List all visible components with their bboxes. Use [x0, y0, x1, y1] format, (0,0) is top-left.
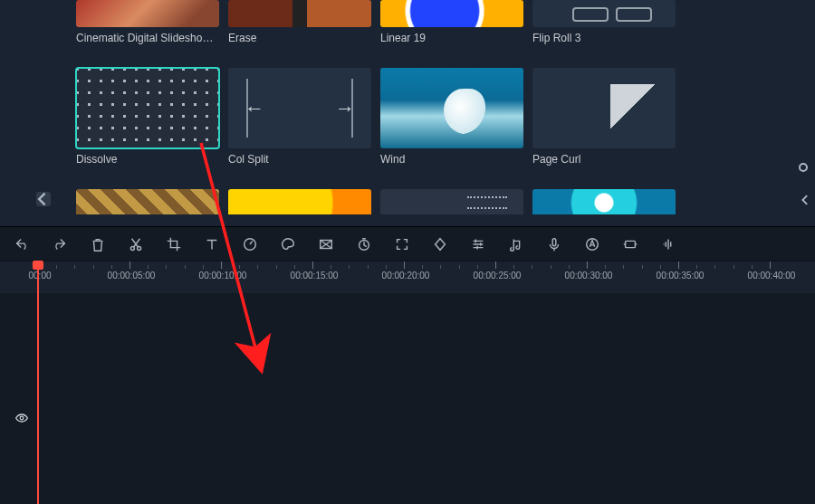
- record-indicator-icon: [799, 163, 808, 172]
- timeline-ruler[interactable]: 00:0000:00:05:0000:00:10:0000:00:15:0000…: [0, 261, 815, 293]
- timeline-area[interactable]: Stock - 2023-01-10T145528.796 Stock - 20…: [0, 293, 815, 504]
- transition-label: Col Split: [228, 153, 371, 166]
- fit-button[interactable]: [393, 235, 411, 253]
- track-visibility-toggle[interactable]: [14, 411, 29, 429]
- transition-thumb: [76, 189, 219, 214]
- transition-thumb: [228, 0, 371, 27]
- playhead[interactable]: [37, 261, 39, 504]
- text-button[interactable]: [203, 235, 221, 253]
- ruler-mark: 00:00:25:00: [495, 262, 496, 269]
- svg-rect-5: [552, 238, 556, 245]
- voice-button[interactable]: [545, 235, 563, 253]
- transition-item-cinematic-digital-slideshow[interactable]: Cinematic Digital Slideshow ...: [76, 0, 219, 44]
- crop-button[interactable]: [165, 235, 183, 253]
- transition-item-row3-b[interactable]: [228, 189, 371, 214]
- ruler-mark: 00:00:20:00: [404, 262, 405, 269]
- audio-enhance-button[interactable]: [659, 235, 677, 253]
- mask-button[interactable]: [317, 235, 335, 253]
- collapse-panel-button[interactable]: [36, 192, 51, 206]
- transition-thumb: [532, 68, 676, 148]
- stabilize-button[interactable]: [621, 235, 639, 253]
- cut-button[interactable]: [127, 235, 145, 253]
- speed-button[interactable]: [241, 235, 259, 253]
- svg-rect-7: [626, 241, 636, 247]
- delete-button[interactable]: [89, 235, 107, 253]
- ruler-mark: 00:00:35:00: [678, 262, 679, 269]
- transitions-gallery: Cinematic Digital Slideshow ... Erase Li…: [0, 0, 783, 214]
- transition-item-flip-roll-3[interactable]: Flip Roll 3: [532, 0, 676, 44]
- audio-detach-button[interactable]: [507, 235, 525, 253]
- transition-item-col-split[interactable]: ←→ Col Split: [228, 68, 371, 166]
- svg-point-1: [138, 246, 141, 250]
- transition-label: Page Curl: [532, 153, 676, 166]
- color-button[interactable]: [279, 235, 297, 253]
- ruler-mark: 00:00:05:00: [129, 262, 130, 269]
- adjust-button[interactable]: [469, 235, 487, 253]
- redo-button[interactable]: [51, 235, 69, 253]
- undo-button[interactable]: [13, 235, 31, 253]
- transition-item-row3-c[interactable]: [380, 189, 523, 214]
- transition-label: Erase: [228, 32, 371, 44]
- transition-label: Cinematic Digital Slideshow ...: [76, 32, 219, 44]
- transition-label: Wind: [380, 153, 523, 166]
- transition-label: Flip Roll 3: [532, 32, 676, 44]
- transition-item-page-curl[interactable]: Page Curl: [532, 68, 676, 166]
- transition-thumb: [532, 0, 676, 27]
- transition-item-wind[interactable]: Wind: [380, 68, 523, 166]
- transition-thumb: [532, 189, 676, 214]
- transition-item-row3-a[interactable]: [76, 189, 219, 214]
- ruler-mark: 00:00:30:00: [587, 262, 588, 269]
- expand-preview-button[interactable]: [801, 194, 811, 208]
- transition-thumb: [76, 68, 219, 148]
- transition-thumb: ←→: [228, 68, 371, 148]
- transition-label: Linear 19: [380, 32, 523, 44]
- svg-point-0: [130, 246, 134, 250]
- transition-thumb: [380, 68, 523, 148]
- transition-item-erase[interactable]: Erase: [228, 0, 371, 44]
- timer-button[interactable]: [355, 235, 373, 253]
- transition-thumb: [380, 0, 523, 27]
- ruler-mark: 00:00:40:00: [770, 262, 771, 269]
- transition-thumb: [380, 189, 523, 214]
- transition-item-dissolve[interactable]: Dissolve: [76, 68, 219, 166]
- transition-item-row3-d[interactable]: [532, 189, 676, 214]
- transition-label: Dissolve: [76, 153, 219, 166]
- ruler-mark: 00:00:10:00: [221, 262, 222, 269]
- keyframe-button[interactable]: [431, 235, 449, 253]
- transition-item-linear-19[interactable]: Linear 19: [380, 0, 523, 44]
- ruler-mark: 00:00:15:00: [312, 262, 313, 269]
- svg-point-8: [20, 416, 24, 420]
- timeline-toolbar: [0, 226, 815, 261]
- transition-thumb: [76, 0, 219, 27]
- ai-button[interactable]: [583, 235, 601, 253]
- transition-thumb: [228, 189, 371, 214]
